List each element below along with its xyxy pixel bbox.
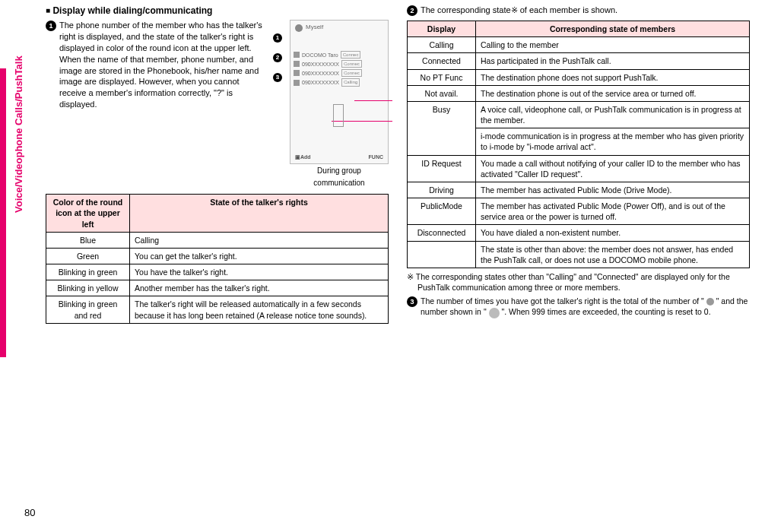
softkey-right: FUNC — [369, 154, 383, 160]
callout-leader-line — [354, 100, 392, 101]
desc-cell: You made a call without notifying of you… — [476, 155, 750, 182]
member-name: 090XXXXXXXX — [302, 79, 339, 86]
desc-cell: The member has activated Public Mode (Dr… — [476, 182, 750, 198]
phone-member-row: 090XXXXXXXXConnec — [294, 60, 385, 68]
section-tab: Voice/Videophone Calls/PushTalk — [0, 68, 15, 357]
table-row: GreenYou can get the talker's right. — [46, 248, 389, 264]
member-name: 090XXXXXXXX — [302, 70, 339, 77]
circled-3-icon: 3 — [407, 296, 417, 307]
talker-rights-table: Color of the round icon at the upper lef… — [46, 194, 389, 324]
phone-member-row: 090XXXXXXXXConnec — [294, 69, 385, 77]
table-row: PublicModeThe member has activated Publi… — [408, 198, 750, 225]
table-row: BusyA voice call, videophone call, or Pu… — [408, 101, 750, 128]
figure-caption-line2: communication — [313, 178, 364, 188]
member-state: Connec — [341, 69, 362, 77]
desc-cell: The destination phone is out of the serv… — [476, 85, 750, 101]
display-cell — [408, 241, 476, 268]
item2: 2 The corresponding state※ of each membe… — [407, 5, 750, 16]
tab-color-bar — [0, 68, 6, 357]
display-cell: ID Request — [408, 155, 476, 182]
item1-text: The phone number of the member who has t… — [59, 20, 267, 110]
desc-cell: i-mode communication is in progress at t… — [476, 128, 750, 155]
circled-2-icon: 2 — [407, 5, 417, 16]
phone-myself-label: Myself — [306, 24, 323, 32]
phone-member-row: DOCOMO TaroConnec — [294, 51, 385, 59]
table-row: Blinking in yellowAnother member has the… — [46, 280, 389, 296]
phone-softkeys: ▣Add FUNC — [290, 154, 388, 160]
item2-text: The corresponding state※ of each member … — [421, 5, 750, 16]
desc-cell: Has participated in the PushTalk call. — [476, 53, 750, 69]
table2-header-display: Display — [408, 21, 476, 37]
table-row: DisconnectedYou have dialed a non-existe… — [408, 225, 750, 241]
softkey-left: ▣Add — [295, 154, 311, 160]
display-cell: Disconnected — [408, 225, 476, 241]
page-number: 80 — [24, 506, 35, 520]
table-row: No PT FuncThe destination phone does not… — [408, 69, 750, 85]
phone-member-row: 090XXXXXXXXCalling — [294, 78, 385, 86]
member-state-table: Display Corresponding state of members C… — [407, 21, 750, 268]
square-bullet-icon: ■ — [46, 6, 50, 14]
member-state: Connec — [341, 51, 361, 59]
state-cell: The talker's right will be released auto… — [130, 296, 389, 323]
avatar-icon — [294, 70, 300, 76]
item1: 1 The phone number of the member who has… — [46, 20, 267, 112]
state-cell: You can get the talker's right. — [130, 248, 389, 264]
color-cell: Green — [46, 248, 130, 264]
item1-and-figure: 1 The phone number of the member who has… — [46, 20, 389, 188]
member-state: Connec — [341, 60, 362, 68]
desc-cell: The destination phone does not support P… — [476, 69, 750, 85]
phone-header: Myself — [295, 24, 383, 32]
table-row: DrivingThe member has activated Public M… — [408, 182, 750, 198]
color-cell: Blinking in yellow — [46, 280, 130, 296]
table-row: ConnectedHas participated in the PushTal… — [408, 53, 750, 69]
member-state: Calling — [341, 78, 360, 86]
color-cell: Blinking in green — [46, 264, 130, 280]
callout-2-icon: 2 — [273, 53, 282, 62]
table-row: The state is other than above: the membe… — [408, 241, 750, 268]
member-name: DOCOMO Taro — [302, 52, 338, 59]
avatar-icon — [294, 52, 300, 58]
phone-mockup: Myself DOCOMO TaroConnec 090XXXXXXXXConn… — [290, 20, 389, 164]
avatar-icon — [294, 61, 300, 67]
display-cell: Connected — [408, 53, 476, 69]
desc-cell: A voice call, videophone call, or PushTa… — [476, 101, 750, 128]
talker-status-icon — [295, 24, 303, 32]
figure-caption-line1: During group — [317, 166, 361, 176]
table-row: ID RequestYou made a call without notify… — [408, 155, 750, 182]
table1-header-color: Color of the round icon at the upper lef… — [46, 195, 130, 233]
display-cell: Busy — [408, 101, 476, 155]
color-cell: Blinking in green and red — [46, 296, 130, 323]
footnote-mark: ※ — [511, 5, 518, 14]
desc-cell: The state is other than above: the membe… — [476, 241, 750, 268]
display-cell: Driving — [408, 182, 476, 198]
table2-header-state: Corresponding state of members — [476, 21, 750, 37]
member-name: 090XXXXXXXX — [302, 61, 339, 68]
desc-cell: You have dialed a non-existent number. — [476, 225, 750, 241]
color-cell: Blue — [46, 232, 130, 248]
state-cell: You have the talker's right. — [130, 264, 389, 280]
right-column: 2 The corresponding state※ of each membe… — [407, 5, 750, 324]
item3: 3 The number of times you have got the t… — [407, 296, 750, 318]
page-content: ■ Display while dialing/communicating 1 … — [46, 5, 750, 324]
phone-figure: Myself DOCOMO TaroConnec 090XXXXXXXXConn… — [290, 20, 389, 188]
callout-1-icon: 1 — [273, 33, 282, 43]
count-badge-icon — [489, 308, 500, 318]
small-status-dot-icon — [706, 298, 714, 306]
avatar-icon — [294, 80, 300, 86]
callout-3-icon: 3 — [273, 73, 282, 82]
state-cell: Another member has the talker's right. — [130, 280, 389, 296]
footnote: ※ The corresponding states other than "C… — [407, 271, 750, 293]
table-row: Blinking in green and redThe talker's ri… — [46, 296, 389, 323]
figure-callouts: 1 2 3 — [273, 33, 282, 82]
subheading-text: Display while dialing/communicating — [52, 5, 212, 16]
subheading: ■ Display while dialing/communicating — [46, 5, 389, 17]
state-cell: Calling — [130, 232, 389, 248]
desc-cell: The member has activated Public Mode (Po… — [476, 198, 750, 225]
table-row: BlueCalling — [46, 232, 389, 248]
desc-cell: Calling to the member — [476, 37, 750, 53]
display-cell: Calling — [408, 37, 476, 53]
item3-text: The number of times you have got the tal… — [421, 296, 750, 318]
display-cell: No PT Func — [408, 69, 476, 85]
table1-header-state: State of the talker's rights — [130, 195, 389, 233]
left-column: ■ Display while dialing/communicating 1 … — [46, 5, 389, 324]
